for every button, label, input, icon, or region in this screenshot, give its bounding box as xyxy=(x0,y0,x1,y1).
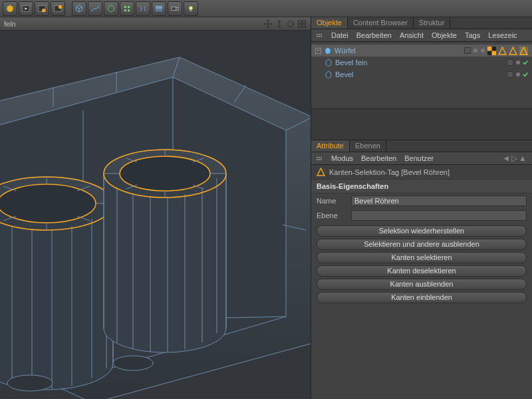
section-basis: Basis-Eigenschaften xyxy=(311,180,532,194)
enable-check-icon[interactable] xyxy=(523,72,528,77)
svg-point-22 xyxy=(288,21,294,27)
edge-selection-tag-icon[interactable] xyxy=(509,47,517,55)
hide-edges-button[interactable]: Kanten ausblenden xyxy=(317,279,527,290)
select-hide-others-button[interactable]: Selektieren und andere ausblenden xyxy=(317,239,527,250)
name-input[interactable] xyxy=(351,196,527,206)
svg-rect-25 xyxy=(299,24,301,27)
visibility-dot-icon[interactable] xyxy=(515,72,521,77)
svg-point-92 xyxy=(516,61,520,65)
menu-edit[interactable]: Bearbeiten xyxy=(356,31,392,39)
tree-item-label: Bevel xyxy=(335,70,354,78)
object-manager-menubar: Datei Bearbeiten Ansicht Objekte Tags Le… xyxy=(311,29,532,42)
edge-selection-tag-selected-icon[interactable] xyxy=(519,47,528,55)
tab-content-browser[interactable]: Content Browser xyxy=(348,17,414,29)
visibility-dot-icon[interactable] xyxy=(480,48,485,53)
show-edges-button[interactable]: Kanten einblenden xyxy=(317,292,527,303)
spline-pen-button[interactable] xyxy=(88,1,102,16)
cube-object-button[interactable] xyxy=(72,1,86,16)
svg-marker-0 xyxy=(7,5,13,12)
svg-rect-21 xyxy=(190,9,192,11)
menu-file[interactable]: Datei xyxy=(331,31,348,39)
tab-attribute[interactable]: Attribute xyxy=(311,140,350,152)
object-manager-tabs: Objekte Content Browser Struktur xyxy=(311,17,532,29)
maximize-viewport-icon[interactable] xyxy=(297,19,307,29)
object-tree[interactable]: − Würfel Bevel fein xyxy=(311,42,532,108)
svg-point-80 xyxy=(113,356,153,370)
restore-selection-button[interactable]: Selektion wiederherstellen xyxy=(317,225,527,237)
tree-item-bevel[interactable]: Bevel xyxy=(321,68,532,80)
svg-marker-81 xyxy=(325,47,331,55)
layer-slot[interactable] xyxy=(507,71,513,78)
tree-item-wuerfel[interactable]: − Würfel xyxy=(311,45,532,57)
nav-up-icon[interactable]: ▲ xyxy=(519,154,527,163)
field-label-layer: Ebene xyxy=(317,211,347,219)
svg-marker-93 xyxy=(326,71,331,78)
edge-selection-tag-icon xyxy=(317,168,325,176)
environment-button[interactable] xyxy=(152,1,166,16)
attribute-manager: Attribute Ebenen Modus Bearbeiten Benutz… xyxy=(311,140,532,399)
layer-slot[interactable] xyxy=(464,47,471,54)
svg-point-6 xyxy=(59,5,62,8)
attr-menu-mode[interactable]: Modus xyxy=(331,154,353,162)
bevel-deformer-icon xyxy=(325,70,332,78)
svg-point-15 xyxy=(128,9,130,11)
attribute-title: Kanten-Selektion-Tag [Bevel Röhren] xyxy=(329,168,450,176)
texture-tag-icon[interactable] xyxy=(487,47,496,55)
svg-point-12 xyxy=(124,5,127,8)
svg-point-70 xyxy=(120,156,210,191)
rotate-viewport-icon[interactable] xyxy=(286,19,295,29)
camera-button[interactable] xyxy=(168,1,182,16)
svg-rect-18 xyxy=(172,7,176,10)
tree-item-label: Bevel fein xyxy=(335,59,367,66)
deformer-button[interactable] xyxy=(136,1,150,16)
select-edges-button[interactable]: Kanten selektieren xyxy=(317,252,527,263)
attr-menu-user[interactable]: Benutzer xyxy=(404,154,434,162)
svg-marker-11 xyxy=(108,5,114,12)
visibility-dot-icon[interactable] xyxy=(473,48,478,53)
svg-point-4 xyxy=(42,9,45,12)
menu-objects[interactable]: Objekte xyxy=(432,31,457,39)
attr-history-nav[interactable]: ◄ ▷ ▲ xyxy=(502,154,527,163)
nav-back-icon[interactable]: ◄ xyxy=(502,154,510,163)
menu-bookmarks[interactable]: Lesezeic xyxy=(488,31,517,39)
zoom-viewport-icon[interactable] xyxy=(275,19,284,29)
layer-input[interactable] xyxy=(351,210,527,221)
svg-rect-85 xyxy=(487,47,492,51)
deselect-edges-button[interactable]: Kanten deselektieren xyxy=(317,265,527,277)
array-button[interactable] xyxy=(120,1,134,16)
light-button[interactable] xyxy=(184,1,198,16)
expander-icon[interactable]: − xyxy=(315,48,321,54)
render-settings-button[interactable] xyxy=(35,1,49,16)
tree-item-label: Würfel xyxy=(334,47,356,55)
svg-point-82 xyxy=(473,49,477,53)
visibility-dot-icon[interactable] xyxy=(515,60,521,65)
primitive-cube-button[interactable] xyxy=(3,1,17,16)
tree-item-bevel-fein[interactable]: Bevel fein xyxy=(321,57,532,68)
tab-objects[interactable]: Objekte xyxy=(311,17,348,29)
menu-view[interactable]: Ansicht xyxy=(400,31,424,39)
render-region-button[interactable] xyxy=(51,1,65,16)
svg-marker-91 xyxy=(326,59,331,66)
tab-layers[interactable]: Ebenen xyxy=(350,140,386,152)
menu-tags[interactable]: Tags xyxy=(465,31,480,39)
viewport-title: feln xyxy=(4,20,16,28)
attr-menu-edit[interactable]: Bearbeiten xyxy=(361,154,396,162)
layer-slot[interactable] xyxy=(507,59,513,66)
polygon-object-icon xyxy=(324,47,332,55)
svg-marker-88 xyxy=(509,47,517,55)
edge-selection-tag-icon[interactable] xyxy=(498,47,507,55)
main-toolbar xyxy=(0,0,532,17)
svg-marker-87 xyxy=(499,47,506,55)
nav-fwd-icon[interactable]: ▷ xyxy=(511,154,517,163)
svg-rect-26 xyxy=(303,24,305,27)
svg-rect-24 xyxy=(303,20,305,23)
svg-rect-23 xyxy=(299,20,301,23)
move-viewport-icon[interactable] xyxy=(263,19,273,29)
render-view-button[interactable] xyxy=(19,1,33,16)
svg-point-20 xyxy=(189,6,192,9)
tab-structure[interactable]: Struktur xyxy=(414,17,451,29)
perspective-viewport[interactable]: feln xyxy=(0,17,311,399)
enable-check-icon[interactable] xyxy=(523,60,528,65)
svg-marker-95 xyxy=(317,168,325,176)
nurbs-button[interactable] xyxy=(104,1,118,16)
